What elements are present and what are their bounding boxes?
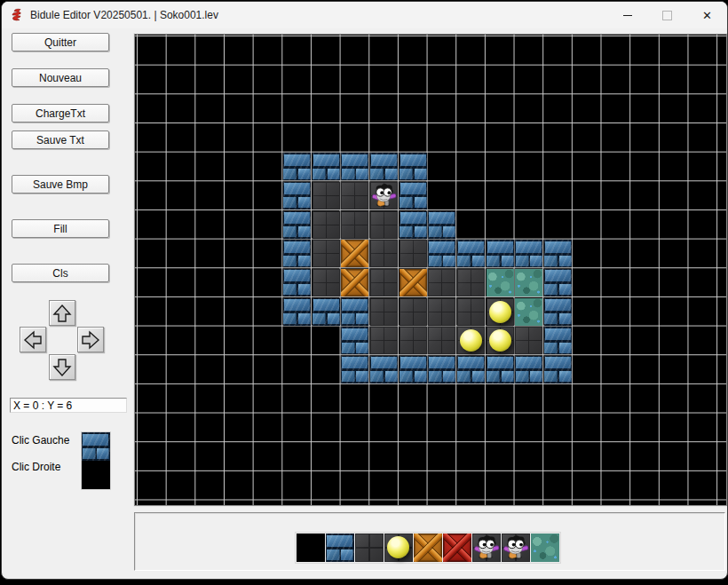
tile-ball[interactable] <box>487 327 514 354</box>
quitter-button[interactable]: Quitter <box>12 33 109 51</box>
tile-floor[interactable] <box>428 327 455 354</box>
tile-target[interactable] <box>515 269 542 296</box>
tile-wall[interactable] <box>400 356 427 383</box>
window-controls: ✕ <box>607 2 727 28</box>
tile-floor[interactable] <box>400 327 427 354</box>
tile-wall[interactable] <box>313 298 340 326</box>
tile-wall[interactable] <box>370 356 398 383</box>
tile-floor[interactable] <box>457 298 485 326</box>
minimize-button[interactable] <box>607 2 647 28</box>
tile-floor[interactable] <box>313 211 340 239</box>
tile-wall[interactable] <box>544 327 572 354</box>
tile-wall[interactable] <box>283 269 311 296</box>
palette-tile-ball[interactable] <box>384 534 413 562</box>
click-tile-previews <box>81 431 111 490</box>
tile-wall[interactable] <box>341 356 368 383</box>
arrow-up-icon <box>51 303 73 324</box>
cls-button[interactable]: Cls <box>12 264 109 282</box>
tile-wall[interactable] <box>544 356 572 383</box>
tile-wall[interactable] <box>341 153 368 180</box>
tile-wall[interactable] <box>341 327 368 354</box>
tile-floor[interactable] <box>313 240 340 267</box>
tile-floor[interactable] <box>400 298 427 326</box>
tile-floor[interactable] <box>428 269 455 296</box>
arrow-down-icon <box>51 357 73 378</box>
sauvetxt-button[interactable]: Sauve Txt <box>12 130 109 149</box>
tile-floor[interactable] <box>457 269 485 296</box>
tile-crate[interactable] <box>400 269 427 296</box>
tile-floor[interactable] <box>370 240 398 267</box>
tile-floor[interactable] <box>313 182 340 209</box>
arrow-up-button[interactable] <box>49 300 75 326</box>
tile-floor[interactable] <box>515 327 542 354</box>
tile-floor[interactable] <box>341 182 368 209</box>
click-left-label: Clic Gauche <box>12 434 69 447</box>
level-canvas[interactable] <box>134 34 727 506</box>
tile-floor[interactable] <box>341 211 368 239</box>
tile-target[interactable] <box>515 298 542 326</box>
close-icon: ✕ <box>702 9 712 22</box>
tile-wall[interactable] <box>544 298 572 326</box>
palette-tile-player-2[interactable] <box>502 534 530 562</box>
tile-crate[interactable] <box>341 269 368 296</box>
tile-wall[interactable] <box>487 356 514 383</box>
ball-icon <box>489 301 511 323</box>
ball-icon <box>460 329 482 352</box>
tile-wall[interactable] <box>283 182 311 209</box>
palette-tile-target[interactable] <box>531 534 559 562</box>
tile-wall[interactable] <box>487 240 514 267</box>
tile-floor[interactable] <box>400 240 427 267</box>
arrow-left-button[interactable] <box>20 327 46 352</box>
click-right-label: Clic Droite <box>12 461 60 473</box>
titlebar: Bidule Editor V20250501. | Soko001.lev ✕ <box>2 2 727 28</box>
tile-floor[interactable] <box>370 298 398 326</box>
tile-crate[interactable] <box>341 240 368 267</box>
palette-tile-floor[interactable] <box>355 534 384 562</box>
palette-tile-player[interactable] <box>472 534 501 562</box>
tile-player[interactable] <box>370 182 398 209</box>
tile-wall[interactable] <box>283 298 311 326</box>
tile-wall[interactable] <box>341 298 368 326</box>
tile-wall[interactable] <box>544 240 572 267</box>
tile-wall[interactable] <box>400 182 427 209</box>
tile-wall[interactable] <box>283 211 311 239</box>
maximize-button[interactable] <box>647 2 687 28</box>
fill-button[interactable]: Fill <box>12 219 109 238</box>
tile-target[interactable] <box>487 269 514 296</box>
palette-tile-crate-red[interactable] <box>443 534 471 562</box>
tile-wall[interactable] <box>400 211 427 239</box>
nouveau-button[interactable]: Nouveau <box>12 68 109 87</box>
tile-ball[interactable] <box>457 327 485 354</box>
palette-tile-empty[interactable] <box>297 534 325 562</box>
screen: { "window": { "title": "Bidule Editor V2… <box>0 0 728 585</box>
tile-wall[interactable] <box>457 240 485 267</box>
sauvebmp-button[interactable]: Sauve Bmp <box>12 175 109 194</box>
chargetxt-button[interactable]: ChargeTxt <box>12 104 109 123</box>
tile-wall[interactable] <box>515 356 542 383</box>
tile-floor[interactable] <box>370 327 398 354</box>
tile-wall[interactable] <box>400 153 427 180</box>
arrow-right-button[interactable] <box>77 327 104 352</box>
tile-wall[interactable] <box>428 356 455 383</box>
palette-tile-crate[interactable] <box>414 534 442 562</box>
tile-ball[interactable] <box>487 298 514 326</box>
minimize-icon <box>623 15 632 16</box>
tile-wall[interactable] <box>283 153 311 180</box>
tile-wall[interactable] <box>515 240 542 267</box>
tile-wall[interactable] <box>313 153 340 180</box>
tile-wall[interactable] <box>457 356 485 383</box>
tile-wall[interactable] <box>428 211 455 239</box>
tile-floor[interactable] <box>370 269 398 296</box>
tile-wall[interactable] <box>428 240 455 267</box>
maximize-icon <box>662 11 672 20</box>
tile-wall[interactable] <box>544 269 572 296</box>
tile-floor[interactable] <box>313 269 340 296</box>
palette-tile-wall[interactable] <box>326 534 354 562</box>
tile-wall[interactable] <box>370 153 398 180</box>
tile-floor[interactable] <box>428 298 455 326</box>
close-button[interactable]: ✕ <box>687 2 727 28</box>
tile-floor[interactable] <box>370 211 398 239</box>
arrow-down-button[interactable] <box>49 354 75 380</box>
player-sprite <box>370 180 398 210</box>
tile-wall[interactable] <box>283 240 311 267</box>
